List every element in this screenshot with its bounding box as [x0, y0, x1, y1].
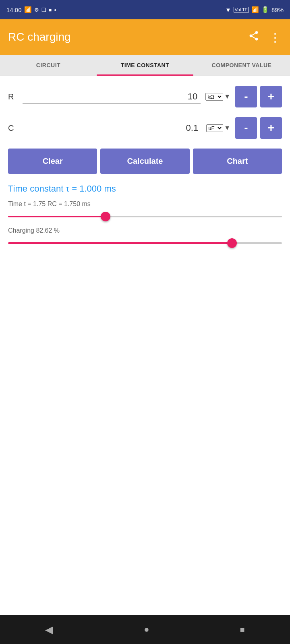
wifi-icon: ▼	[225, 6, 231, 13]
r-label: R	[8, 92, 18, 101]
status-left: 14:00 📶 ⚙ ❑ ■ •	[6, 6, 56, 13]
c-input[interactable]	[23, 121, 201, 135]
c-unit-selector[interactable]: pF nF uF mF ▼	[206, 124, 230, 132]
tab-circuit[interactable]: CIRCUIT	[0, 55, 97, 76]
time-slider-container: Time t = 1.75 RC = 1.750 ms	[8, 200, 282, 219]
c-stepper-group: - +	[235, 117, 282, 139]
charging-slider[interactable]	[8, 242, 282, 244]
status-right: ▼ VoLTE 📶 🔋 89%	[225, 6, 284, 13]
status-time: 14:00	[6, 6, 22, 13]
r-minus-button[interactable]: -	[235, 86, 257, 107]
tab-component-value[interactable]: COMPONENT VALUE	[193, 55, 290, 76]
c-input-row: C pF nF uF mF ▼ - +	[8, 117, 282, 139]
chart-button[interactable]: Chart	[193, 149, 282, 174]
nfc-icon: ■	[49, 7, 52, 13]
r-stepper-group: - +	[235, 86, 282, 107]
r-plus-button[interactable]: +	[260, 86, 282, 107]
c-label: C	[8, 124, 18, 133]
nav-recent-button[interactable]: ■	[240, 625, 244, 634]
c-minus-button[interactable]: -	[235, 117, 257, 139]
r-unit-select[interactable]: Ω kΩ MΩ	[205, 93, 223, 101]
nav-bar: ◀ ● ■	[0, 615, 290, 644]
dropbox-icon: ❑	[41, 7, 46, 13]
tab-time-constant[interactable]: TIME CONSTANT	[97, 55, 193, 76]
calculate-button[interactable]: Calculate	[100, 149, 189, 174]
volte-icon: VoLTE	[234, 7, 249, 12]
status-bar: 14:00 📶 ⚙ ❑ ■ • ▼ VoLTE 📶 🔋 89%	[0, 0, 290, 19]
charging-slider-label: Charging 82.62 %	[8, 227, 282, 234]
share-button[interactable]	[248, 30, 259, 44]
share-icon	[248, 30, 259, 41]
time-constant-value: Time constant τ = 1.000 ms	[8, 184, 116, 194]
main-content: R Ω kΩ MΩ ▼ - + C pF nF uF mF ▼	[0, 76, 290, 615]
nav-home-button[interactable]: ●	[144, 624, 149, 635]
time-slider-label: Time t = 1.75 RC = 1.750 ms	[8, 200, 282, 208]
signal-icon: 📶	[24, 6, 32, 13]
app-title: RC charging	[8, 31, 71, 43]
signal-bars-icon: 📶	[251, 6, 259, 13]
nav-back-button[interactable]: ◀	[45, 623, 53, 636]
r-input[interactable]	[23, 90, 201, 104]
clear-button[interactable]: Clear	[8, 149, 97, 174]
time-slider[interactable]	[8, 216, 282, 217]
dot-icon: •	[54, 6, 56, 13]
c-dropdown-arrow-icon: ▼	[224, 124, 230, 132]
r-dropdown-arrow-icon: ▼	[224, 93, 230, 100]
c-plus-button[interactable]: +	[260, 117, 282, 139]
r-input-row: R Ω kΩ MΩ ▼ - +	[8, 86, 282, 107]
battery-icon: 🔋	[261, 6, 269, 13]
battery-percent: 89%	[271, 6, 284, 13]
r-unit-selector[interactable]: Ω kΩ MΩ ▼	[205, 93, 230, 101]
bt-icon: ⚙	[34, 7, 39, 13]
more-menu-button[interactable]: ⋮	[269, 30, 282, 44]
app-bar-actions: ⋮	[248, 30, 282, 44]
time-constant-result: Time constant τ = 1.000 ms	[8, 184, 282, 194]
c-unit-select[interactable]: pF nF uF mF	[206, 124, 223, 132]
tabs: CIRCUIT TIME CONSTANT COMPONENT VALUE	[0, 55, 290, 76]
charging-slider-container: Charging 82.62 %	[8, 227, 282, 246]
app-bar: RC charging ⋮	[0, 19, 290, 55]
action-buttons: Clear Calculate Chart	[8, 149, 282, 174]
